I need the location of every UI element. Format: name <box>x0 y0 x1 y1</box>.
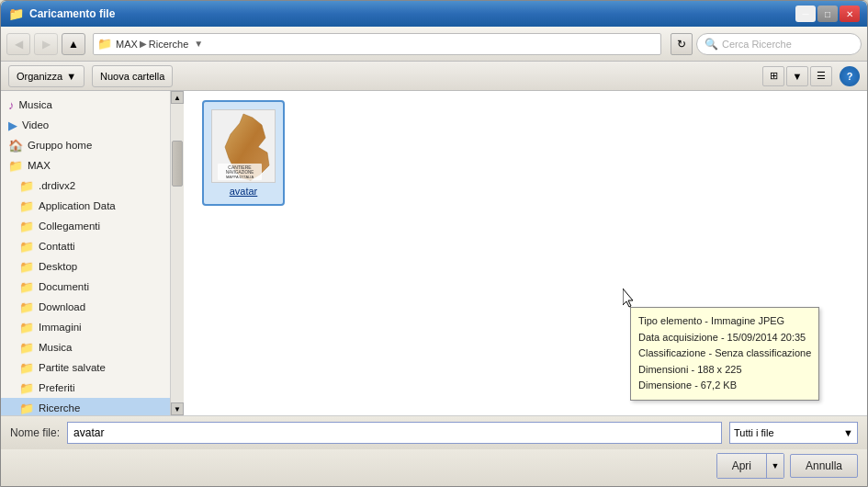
sidebar-item-label: Download <box>39 301 85 312</box>
content-area: CANTIERE NAVIGAZIONE MAPPA D'ITALIA avat… <box>184 91 867 415</box>
address-folder-icon: 📁 <box>97 37 112 51</box>
main-area: ♪ Musica ▶ Video 🏠 Gruppo home 📁 MAX <box>1 91 867 415</box>
search-icon: 🔍 <box>705 38 718 51</box>
tooltip-line-1: Tipo elemento - Immagine JPEG <box>638 313 811 330</box>
help-button[interactable]: ? <box>840 66 860 86</box>
bottom-filename-bar: Nome file: Tutti i file ▼ <box>1 415 867 449</box>
music-icon: ♪ <box>8 98 15 112</box>
folder-icon: 📁 <box>19 199 34 213</box>
sidebar-item-label: Musica <box>19 99 52 110</box>
forward-button[interactable]: ▶ <box>34 33 58 55</box>
tooltip-line-5: Dimensione - 67,2 KB <box>638 378 811 394</box>
sidebar-item-contatti[interactable]: 📁 Contatti <box>1 236 170 256</box>
view-btn-1[interactable]: ⊞ <box>762 66 784 86</box>
close-button[interactable]: ✕ <box>840 6 860 22</box>
view-dropdown[interactable]: ▼ <box>786 66 808 86</box>
sidebar-item-label: Contatti <box>39 241 75 252</box>
organize-button[interactable]: Organizza ▼ <box>8 65 85 87</box>
sidebar-item-label: Preferiti <box>39 382 75 393</box>
svg-text:MAPPA D'ITALIA: MAPPA D'ITALIA <box>225 175 254 179</box>
cancel-button[interactable]: Annulla <box>790 454 858 478</box>
scroll-down-arrow[interactable]: ▼ <box>171 402 184 415</box>
tooltip-line-3: Classificazione - Senza classificazione <box>638 345 811 362</box>
folder-icon: 📁 <box>19 260 34 274</box>
sidebar-item-desktop[interactable]: 📁 Desktop <box>1 256 170 277</box>
window-icon: 📁 <box>8 6 24 21</box>
path-dropdown: ▼ <box>194 39 203 49</box>
scroll-thumb[interactable] <box>172 141 183 187</box>
sidebar-item-musica2[interactable]: 📁 Musica <box>1 337 170 357</box>
sidebar-item-label: Desktop <box>39 261 77 272</box>
new-folder-button[interactable]: Nuova cartella <box>92 65 173 87</box>
view-buttons: ⊞ ▼ ☰ <box>762 66 832 86</box>
sidebar-item-label: Ricerche <box>39 402 80 413</box>
sidebar-item-label: Application Data <box>39 200 116 211</box>
file-item-avatar[interactable]: CANTIERE NAVIGAZIONE MAPPA D'ITALIA avat… <box>202 100 285 206</box>
sidebar-item-musica[interactable]: ♪ Musica <box>1 95 170 115</box>
home-icon: 🏠 <box>8 139 23 153</box>
filename-label: Nome file: <box>10 426 60 439</box>
tooltip-line-4: Dimensioni - 188 x 225 <box>638 362 811 379</box>
maximize-button[interactable]: □ <box>817 6 838 22</box>
sidebar-item-label: Video <box>22 119 49 130</box>
folder-icon: 📁 <box>19 220 34 233</box>
sidebar-item-video[interactable]: ▶ Video <box>1 115 170 135</box>
back-button[interactable]: ◀ <box>6 33 30 55</box>
path-subfolder: Ricerche <box>149 39 188 50</box>
organize-arrow: ▼ <box>66 71 76 82</box>
address-toolbar: ◀ ▶ ▲ 📁 MAX ▶ Ricerche ▼ ↻ 🔍 Cerca Ricer… <box>1 27 867 62</box>
sidebar-item-download[interactable]: 📁 Download <box>1 297 170 317</box>
sidebar-item-collegamenti[interactable]: 📁 Collegamenti <box>1 216 170 236</box>
window-title: Caricamento file <box>29 7 115 20</box>
scroll-track[interactable] <box>171 104 184 402</box>
path-root: MAX <box>116 39 138 50</box>
sidebar-item-immagini[interactable]: 📁 Immagini <box>1 317 170 337</box>
refresh-button[interactable]: ↻ <box>671 33 693 55</box>
sidebar-item-ricerche[interactable]: 📁 Ricerche <box>1 398 170 415</box>
open-dropdown-button[interactable]: ▼ <box>767 454 783 478</box>
path-arrow: ▶ <box>140 39 147 49</box>
folder-icon: 📁 <box>8 159 23 173</box>
secondary-toolbar: Organizza ▼ Nuova cartella ⊞ ▼ ☰ ? <box>1 62 867 91</box>
sidebar-item-documenti[interactable]: 📁 Documenti <box>1 277 170 297</box>
view-btn-2[interactable]: ☰ <box>810 66 832 86</box>
search-box[interactable]: 🔍 Cerca Ricerche <box>696 33 862 55</box>
file-tooltip: Tipo elemento - Immagine JPEG Data acqui… <box>630 307 819 401</box>
sidebar-item-preferiti[interactable]: 📁 Preferiti <box>1 378 170 398</box>
open-button[interactable]: Apri <box>717 454 767 478</box>
sidebar-scrollbar[interactable]: ▲ ▼ <box>171 91 184 415</box>
sidebar-item-gruppo-home[interactable]: 🏠 Gruppo home <box>1 135 170 155</box>
filename-input[interactable] <box>67 422 722 444</box>
sidebar-item-partite-salvate[interactable]: 📁 Partite salvate <box>1 357 170 378</box>
sidebar-item-label: Partite salvate <box>39 362 106 373</box>
folder-icon: 📁 <box>19 402 34 415</box>
filetype-arrow: ▼ <box>843 427 853 438</box>
file-label: avatar <box>230 186 258 197</box>
italy-map-svg: CANTIERE NAVIGAZIONE MAPPA D'ITALIA <box>214 112 274 181</box>
svg-marker-5 <box>623 289 633 307</box>
address-bar[interactable]: 📁 MAX ▶ Ricerche ▼ <box>93 33 661 55</box>
video-icon: ▶ <box>8 119 17 132</box>
filetype-dropdown[interactable]: Tutti i file ▼ <box>729 422 858 444</box>
sidebar: ♪ Musica ▶ Video 🏠 Gruppo home 📁 MAX <box>1 91 171 415</box>
sidebar-item-application-data[interactable]: 📁 Application Data <box>1 196 170 216</box>
folder-icon: 📁 <box>19 381 34 395</box>
sidebar-item-label: Musica <box>39 342 72 353</box>
folder-icon: 📁 <box>19 361 34 375</box>
sidebar-item-drdivx2[interactable]: 📁 .drdivx2 <box>1 176 170 196</box>
sidebar-item-label: Documenti <box>39 281 89 292</box>
up-button[interactable]: ▲ <box>62 33 85 55</box>
sidebar-item-label: .drdivx2 <box>39 180 75 191</box>
file-thumbnail: CANTIERE NAVIGAZIONE MAPPA D'ITALIA <box>211 109 276 183</box>
window-controls: ─ □ ✕ <box>795 6 860 22</box>
scroll-up-arrow[interactable]: ▲ <box>171 91 184 104</box>
address-path: MAX ▶ Ricerche ▼ <box>116 39 203 50</box>
folder-icon: 📁 <box>19 321 34 334</box>
open-button-group: Apri ▼ <box>716 453 784 479</box>
folder-icon: 📁 <box>19 179 34 193</box>
sidebar-item-max[interactable]: 📁 MAX <box>1 155 170 176</box>
new-folder-label: Nuova cartella <box>100 71 164 82</box>
folder-icon: 📁 <box>19 341 34 355</box>
minimize-button[interactable]: ─ <box>795 6 816 22</box>
folder-icon: 📁 <box>19 240 34 254</box>
